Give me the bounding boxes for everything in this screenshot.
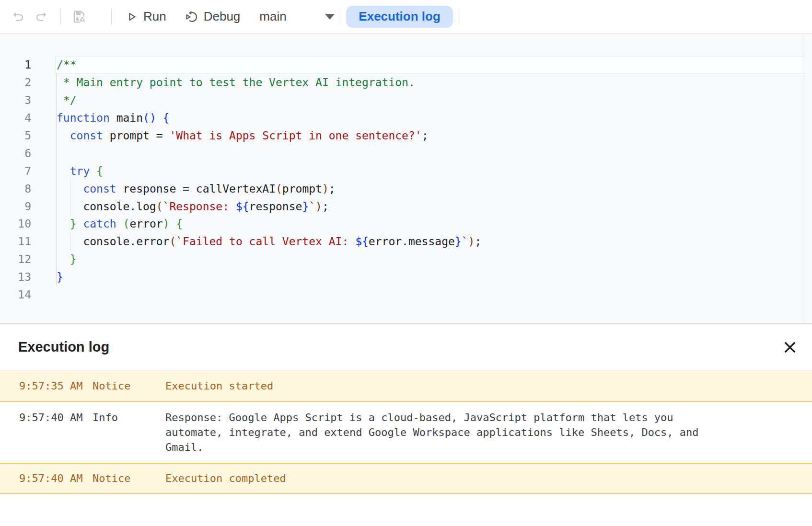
undo-icon [11, 10, 25, 24]
chevron-down-icon [325, 13, 335, 21]
code-line[interactable]: 9 console.log(`Response: ${response}`); [0, 197, 812, 215]
save-button[interactable] [69, 6, 90, 27]
log-entry: 9:57:40 AMNoticeExecution completed [0, 463, 812, 494]
code-line[interactable]: 10 } catch (error) { [0, 215, 812, 233]
line-number[interactable]: 10 [0, 217, 31, 230]
code-text: const response = callVertexAI(prompt); [31, 183, 336, 195]
code-line[interactable]: 3 */ [0, 91, 812, 109]
code-text: * Main entry point to test the Vertex AI… [31, 76, 415, 89]
code-line[interactable]: 13} [0, 268, 812, 286]
code-line[interactable]: 2 * Main entry point to test the Vertex … [0, 74, 812, 91]
toolbar-divider [341, 9, 341, 25]
code-text: } [31, 253, 77, 265]
execution-log-header: Execution log [0, 324, 812, 370]
code-text: function main() { [31, 112, 169, 124]
log-entry-message: Execution started [165, 380, 812, 392]
play-icon [125, 10, 139, 23]
code-line[interactable]: 7 try { [0, 162, 812, 180]
line-number[interactable]: 8 [0, 183, 31, 195]
execution-log-panel: Execution log 9:57:35 AMNoticeExecution … [0, 324, 812, 494]
debug-icon [185, 10, 199, 24]
redo-icon [34, 10, 48, 24]
close-icon [783, 340, 797, 354]
line-number[interactable]: 14 [0, 288, 31, 301]
log-entry-level: Notice [93, 472, 165, 484]
log-entry-time: 9:57:40 AM [0, 410, 93, 455]
log-entry-time: 9:57:35 AM [0, 380, 93, 392]
debug-button[interactable]: Debug [185, 9, 241, 24]
line-number[interactable]: 3 [0, 94, 31, 106]
log-entry-time: 9:57:40 AM [0, 472, 93, 484]
line-number[interactable]: 7 [0, 165, 31, 177]
line-number[interactable]: 6 [0, 147, 31, 160]
line-number[interactable]: 12 [0, 253, 31, 265]
line-number[interactable]: 5 [0, 129, 31, 142]
code-text: } [31, 271, 63, 283]
code-line[interactable]: 11 console.error(`Failed to call Vertex … [0, 233, 812, 251]
toolbar-divider [60, 9, 61, 25]
toolbar: Run Debug main Execution log [0, 0, 812, 34]
log-entry-level: Info [93, 410, 165, 455]
save-icon [71, 9, 87, 25]
function-selector-value: main [259, 9, 286, 24]
execution-log-button[interactable]: Execution log [346, 6, 452, 28]
code-text: console.log(`Response: ${response}`); [31, 200, 329, 213]
line-number[interactable]: 9 [0, 200, 31, 213]
log-entry-message: Execution completed [165, 472, 812, 484]
debug-label: Debug [204, 9, 241, 24]
code-text: try { [31, 165, 103, 177]
line-number[interactable]: 11 [0, 235, 31, 248]
log-entry: 9:57:40 AMInfoResponse: Google Apps Scri… [0, 402, 812, 463]
line-number[interactable]: 13 [0, 271, 31, 283]
log-entry-level: Notice [93, 380, 165, 392]
close-button[interactable] [779, 337, 800, 358]
code-line[interactable]: 6 [0, 144, 812, 162]
line-number[interactable]: 1 [0, 58, 31, 71]
code-text: /** [31, 58, 77, 71]
undo-button[interactable] [8, 6, 29, 27]
line-number[interactable]: 4 [0, 112, 31, 124]
log-entry-message: Response: Google Apps Script is a cloud-… [165, 410, 812, 455]
code-text: } catch (error) { [31, 217, 183, 230]
toolbar-divider [460, 9, 460, 25]
code-text: */ [31, 94, 77, 106]
code-text: const prompt = 'What is Apps Script in o… [31, 129, 429, 142]
run-label: Run [143, 9, 166, 24]
line-number[interactable]: 2 [0, 76, 31, 89]
execution-log-title: Execution log [18, 339, 779, 355]
code-text: console.error(`Failed to call Vertex AI:… [31, 235, 481, 248]
code-line[interactable]: 5 const prompt = 'What is Apps Script in… [0, 127, 812, 145]
code-line[interactable]: 14 [0, 286, 812, 304]
code-line[interactable]: 12 } [0, 251, 812, 268]
code-line[interactable]: 1/** [0, 56, 812, 74]
function-selector[interactable]: main [259, 9, 335, 24]
redo-button[interactable] [31, 6, 52, 27]
code-editor[interactable]: 1/**2 * Main entry point to test the Ver… [0, 34, 812, 324]
toolbar-divider [111, 9, 112, 25]
code-line[interactable]: 4function main() { [0, 109, 812, 127]
execution-log-entries: 9:57:35 AMNoticeExecution started9:57:40… [0, 370, 812, 494]
log-entry: 9:57:35 AMNoticeExecution started [0, 371, 812, 402]
code-area[interactable]: 1/**2 * Main entry point to test the Ver… [0, 34, 812, 303]
code-line[interactable]: 8 const response = callVertexAI(prompt); [0, 180, 812, 197]
execution-log-button-label: Execution log [359, 9, 440, 24]
run-button[interactable]: Run [125, 9, 166, 24]
